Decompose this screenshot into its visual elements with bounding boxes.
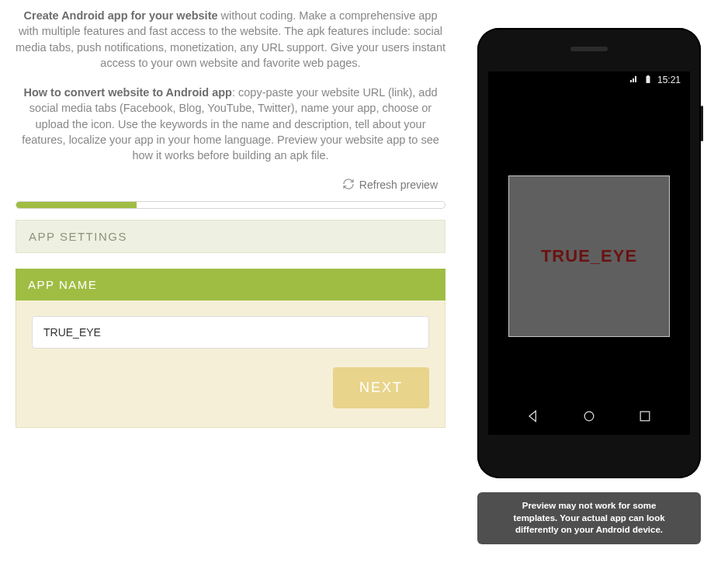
intro-bold-1: Create Android app for your website: [24, 9, 218, 22]
svg-rect-1: [640, 412, 650, 421]
panel-app-name-body: NEXT: [16, 300, 445, 428]
recent-icon[interactable]: [637, 408, 653, 427]
app-name-input[interactable]: [32, 316, 429, 349]
preview-notice: Preview may not work for some templates.…: [477, 492, 701, 544]
panel-app-settings[interactable]: APP SETTINGS: [16, 220, 445, 253]
notice-line-3: differently on your Android device.: [515, 525, 663, 534]
refresh-preview-link[interactable]: Refresh preview: [342, 178, 438, 193]
phone-frame: 15:21 TRUE_EYE: [477, 28, 701, 478]
softkeys-bar: [488, 401, 690, 435]
app-splash-tile: TRUE_EYE: [508, 175, 670, 337]
next-button[interactable]: NEXT: [333, 367, 429, 408]
progress-bar: [16, 201, 445, 209]
status-bar: 15:21: [488, 71, 690, 89]
refresh-label: Refresh preview: [359, 179, 438, 191]
panel-app-settings-label: APP SETTINGS: [29, 230, 127, 243]
app-splash-text: TRUE_EYE: [541, 246, 637, 266]
intro-paragraph-1: Create Android app for your website with…: [16, 8, 445, 71]
signal-icon: [629, 75, 639, 86]
app-preview-area: TRUE_EYE: [488, 89, 690, 401]
progress-fill: [16, 202, 137, 208]
panel-app-name-header[interactable]: APP NAME: [16, 269, 445, 300]
svg-point-0: [584, 412, 594, 421]
panel-app-name: APP NAME NEXT: [16, 269, 445, 428]
phone-side-button: [701, 106, 703, 141]
intro-paragraph-2: How to convert website to Android app: c…: [16, 85, 445, 163]
refresh-icon: [342, 178, 355, 193]
phone-screen: 15:21 TRUE_EYE: [488, 71, 690, 435]
notice-line-1: Preview may not work for some: [522, 501, 657, 510]
battery-icon: [643, 75, 653, 86]
intro-bold-2: How to convert website to Android app: [23, 86, 232, 99]
home-icon[interactable]: [581, 408, 597, 427]
status-time: 15:21: [657, 75, 681, 85]
notice-line-2: templates. Your actual app can look: [513, 513, 664, 523]
panel-app-name-label: APP NAME: [28, 278, 97, 291]
back-icon[interactable]: [525, 408, 541, 427]
